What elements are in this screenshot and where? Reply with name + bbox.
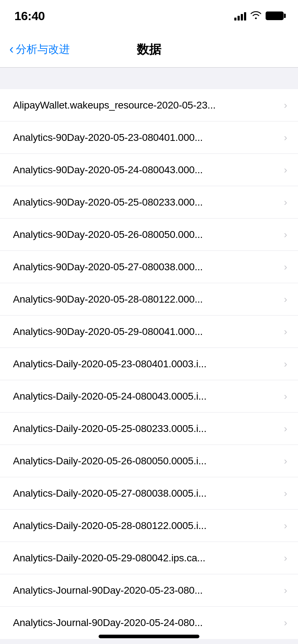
list-item-label: Analytics-Daily-2020-05-29-080042.ips.ca… [13, 552, 284, 564]
wifi-icon [250, 10, 261, 22]
list-item-label: Analytics-90Day-2020-05-28-080122.000... [13, 294, 284, 305]
list-item-label: Analytics-90Day-2020-05-25-080233.000... [13, 197, 284, 208]
list-item-label: Analytics-Daily-2020-05-24-080043.0005.i… [13, 391, 284, 402]
section-header [0, 68, 298, 89]
list-item-label: Analytics-Daily-2020-05-25-080233.0005.i… [13, 423, 284, 434]
list-item-label: Analytics-Daily-2020-05-28-080122.0005.i… [13, 520, 284, 532]
list-item[interactable]: Analytics-Journal-90Day-2020-05-23-080..… [0, 574, 298, 607]
battery-icon [266, 12, 284, 20]
chevron-right-icon: › [284, 261, 287, 273]
home-indicator [99, 635, 199, 638]
chevron-right-icon: › [284, 488, 287, 499]
list-item[interactable]: Analytics-Daily-2020-05-29-080042.ips.ca… [0, 542, 298, 574]
list-item-label: Analytics-90Day-2020-05-27-080038.000... [13, 261, 284, 273]
chevron-right-icon: › [284, 617, 287, 629]
list-item-label: Analytics-90Day-2020-05-26-080050.000... [13, 229, 284, 240]
chevron-right-icon: › [284, 229, 287, 240]
list-item[interactable]: Analytics-Daily-2020-05-25-080233.0005.i… [0, 413, 298, 445]
list-item[interactable]: Analytics-90Day-2020-05-25-080233.000...… [0, 186, 298, 218]
chevron-right-icon: › [284, 423, 287, 434]
list-item[interactable]: Analytics-90Day-2020-05-26-080050.000...… [0, 218, 298, 251]
list-item-label: Analytics-90Day-2020-05-23-080401.000... [13, 132, 284, 143]
list-item-label: Analytics-Daily-2020-05-27-080038.0005.i… [13, 488, 284, 499]
list-item-label: AlipayWallet.wakeups_resource-2020-05-23… [13, 100, 284, 111]
chevron-right-icon: › [284, 100, 287, 111]
list-item-label: Analytics-Journal-90Day-2020-05-23-080..… [13, 585, 284, 596]
list-item[interactable]: AlipayWallet.wakeups_resource-2020-05-23… [0, 89, 298, 121]
chevron-right-icon: › [284, 552, 287, 564]
list-item[interactable]: Analytics-Daily-2020-05-28-080122.0005.i… [0, 510, 298, 542]
list-item-label: Analytics-Daily-2020-05-23-080401.0003.i… [13, 358, 284, 370]
back-button[interactable]: ‹ 分析与改进 [9, 42, 70, 57]
list-item-label: Analytics-Daily-2020-05-26-080050.0005.i… [13, 455, 284, 467]
list-item[interactable]: Analytics-90Day-2020-05-27-080038.000...… [0, 251, 298, 283]
chevron-right-icon: › [284, 294, 287, 305]
chevron-right-icon: › [284, 391, 287, 402]
signal-icon [234, 11, 246, 20]
list-item[interactable]: Analytics-Daily-2020-05-23-080401.0003.i… [0, 348, 298, 380]
chevron-right-icon: › [284, 358, 287, 370]
list-item[interactable]: Analytics-Daily-2020-05-24-080043.0005.i… [0, 380, 298, 413]
file-list: AlipayWallet.wakeups_resource-2020-05-23… [0, 89, 298, 639]
list-item[interactable]: Analytics-90Day-2020-05-23-080401.000...… [0, 121, 298, 154]
list-item[interactable]: Analytics-90Day-2020-05-28-080122.000...… [0, 283, 298, 316]
status-time: 16:40 [14, 9, 45, 23]
chevron-right-icon: › [284, 326, 287, 337]
list-item-label: Analytics-90Day-2020-05-24-080043.000... [13, 164, 284, 176]
back-label: 分析与改进 [16, 42, 70, 57]
list-item[interactable]: Analytics-90Day-2020-05-29-080041.000...… [0, 316, 298, 348]
chevron-right-icon: › [284, 455, 287, 467]
list-item[interactable]: Analytics-Daily-2020-05-26-080050.0005.i… [0, 445, 298, 477]
page-title: 数据 [137, 41, 161, 58]
status-bar: 16:40 [0, 0, 298, 32]
chevron-right-icon: › [284, 585, 287, 596]
status-icons [234, 10, 284, 22]
list-item[interactable]: Analytics-90Day-2020-05-24-080043.000...… [0, 154, 298, 186]
back-chevron-icon: ‹ [9, 43, 14, 56]
list-item-label: Analytics-90Day-2020-05-29-080041.000... [13, 326, 284, 337]
chevron-right-icon: › [284, 197, 287, 208]
nav-bar: ‹ 分析与改进 数据 [0, 32, 298, 68]
list-item-label: Analytics-Journal-90Day-2020-05-24-080..… [13, 617, 284, 629]
list-item[interactable]: Analytics-Journal-90Day-2020-05-24-080..… [0, 607, 298, 639]
chevron-right-icon: › [284, 164, 287, 176]
chevron-right-icon: › [284, 132, 287, 143]
list-item[interactable]: Analytics-Daily-2020-05-27-080038.0005.i… [0, 477, 298, 510]
chevron-right-icon: › [284, 520, 287, 532]
